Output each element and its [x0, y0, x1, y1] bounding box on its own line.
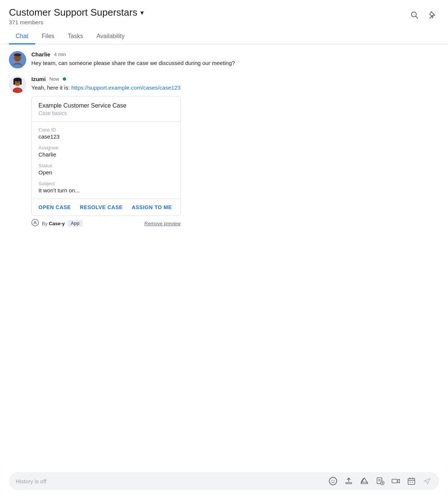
izumi-message-text: Yeah, here it is: https://support.exampl… — [31, 84, 181, 92]
assignee-label: Assignee — [38, 145, 174, 151]
bottom-bar-wrapper: History is off — [0, 466, 448, 499]
remove-preview-button[interactable]: Remove preview — [144, 221, 181, 226]
case-card-body: Case ID case123 Assignee Charlie Status … — [32, 122, 180, 199]
tab-availability[interactable]: Availability — [90, 29, 131, 44]
svg-point-8 — [19, 58, 20, 59]
svg-point-24 — [334, 480, 335, 481]
add-doc-button[interactable] — [375, 476, 385, 486]
status-value: Open — [38, 169, 174, 176]
charlie-sender-name: Charlie — [31, 51, 50, 58]
send-icon — [423, 477, 432, 486]
search-button[interactable] — [408, 9, 420, 23]
attribution-text: By Case-y — [42, 221, 65, 226]
charlie-avatar-image — [9, 51, 26, 68]
header-title: Customer Support Superstars ▾ — [9, 7, 144, 18]
add-doc-icon — [376, 477, 385, 486]
app-name: Case-y — [49, 221, 65, 226]
case-field-id: Case ID case123 — [38, 127, 174, 140]
izumi-sender-name: Izumi — [31, 76, 46, 82]
video-icon — [391, 477, 400, 486]
bottom-bar: History is off — [9, 472, 439, 490]
search-icon — [410, 10, 419, 19]
case-card-actions: OPEN CASE RESOLVE CASE ASSIGN TO ME — [32, 199, 180, 216]
izumi-message-content: Izumi Now Yeah, here it is: https://supp… — [31, 76, 181, 228]
izumi-message-header: Izumi Now — [31, 76, 181, 82]
svg-point-31 — [412, 482, 413, 483]
casey-icon — [31, 219, 39, 228]
drive-icon — [360, 477, 369, 486]
svg-rect-25 — [346, 483, 352, 484]
svg-point-21 — [32, 219, 38, 226]
case-card-title: Example Customer Service Case — [38, 102, 174, 109]
case-id-label: Case ID — [38, 127, 174, 133]
svg-point-23 — [332, 480, 332, 481]
message-izumi: Izumi Now Yeah, here it is: https://supp… — [9, 76, 439, 228]
header-left: Customer Support Superstars ▾ 371 member… — [9, 7, 144, 25]
assign-to-me-button[interactable]: ASSIGN TO ME — [132, 204, 172, 210]
charlie-message-content: Charlie 4 min Hey team, can someone plea… — [31, 51, 235, 68]
upload-icon — [344, 477, 353, 486]
group-name: Customer Support Superstars — [9, 7, 137, 18]
svg-point-30 — [410, 482, 411, 483]
upload-button[interactable] — [343, 476, 354, 486]
tabs-bar: Chat Files Tasks Availability — [0, 29, 448, 44]
case-id-value: case123 — [38, 133, 174, 140]
subject-label: Subject — [38, 181, 174, 186]
svg-rect-29 — [408, 478, 415, 484]
header-icons — [408, 9, 439, 23]
avatar-izumi — [9, 76, 26, 93]
case-link[interactable]: https://support.example.com/cases/case12… — [71, 84, 181, 91]
case-card: Example Customer Service Case Case basic… — [31, 96, 181, 216]
tab-tasks[interactable]: Tasks — [61, 29, 90, 44]
drive-button[interactable] — [359, 476, 370, 486]
online-status-dot — [63, 77, 66, 81]
izumi-text-prefix: Yeah, here it is: — [31, 84, 71, 91]
tab-chat[interactable]: Chat — [9, 29, 35, 44]
collapse-button[interactable] — [427, 9, 439, 23]
calendar-button[interactable] — [406, 476, 417, 486]
case-card-header: Example Customer Service Case Case basic… — [32, 96, 180, 122]
pin-icon — [429, 10, 438, 19]
open-case-button[interactable]: OPEN CASE — [38, 204, 71, 210]
charlie-message-header: Charlie 4 min — [31, 51, 235, 58]
case-card-subtitle: Case basics — [38, 110, 174, 116]
bottom-toolbar — [328, 476, 432, 486]
svg-line-1 — [416, 16, 418, 19]
dropdown-arrow-icon[interactable]: ▾ — [140, 9, 144, 17]
video-button[interactable] — [391, 476, 401, 486]
resolve-case-button[interactable]: RESOLVE CASE — [80, 204, 123, 210]
history-status: History is off — [16, 478, 328, 484]
send-button[interactable] — [422, 476, 432, 486]
case-field-subject: Subject It won't turn on... — [38, 181, 174, 193]
izumi-message-time: Now — [49, 76, 59, 82]
app-badge: App — [68, 220, 82, 227]
chat-area: Charlie 4 min Hey team, can someone plea… — [0, 44, 448, 228]
svg-point-22 — [329, 477, 337, 485]
header: Customer Support Superstars ▾ 371 member… — [0, 0, 448, 25]
emoji-button[interactable] — [328, 476, 338, 486]
status-label: Status — [38, 163, 174, 168]
casey-logo-icon — [31, 219, 39, 226]
calendar-icon — [407, 477, 416, 486]
svg-rect-28 — [392, 479, 397, 483]
subject-value: It won't turn on... — [38, 187, 174, 193]
svg-point-16 — [16, 82, 17, 83]
izumi-avatar-image — [9, 76, 26, 93]
case-field-status: Status Open — [38, 163, 174, 176]
message-charlie: Charlie 4 min Hey team, can someone plea… — [9, 51, 439, 68]
member-count: 371 members — [9, 19, 144, 25]
charlie-message-text: Hey team, can someone please share the c… — [31, 59, 235, 68]
svg-point-7 — [16, 58, 17, 59]
svg-point-6 — [14, 53, 21, 56]
case-field-assignee: Assignee Charlie — [38, 145, 174, 158]
assignee-value: Charlie — [38, 151, 174, 158]
svg-point-17 — [19, 82, 20, 83]
tab-files[interactable]: Files — [35, 29, 61, 44]
emoji-icon — [329, 477, 337, 486]
charlie-message-time: 4 min — [54, 52, 66, 57]
attribution-bar: By Case-y App Remove preview — [31, 219, 181, 228]
avatar-charlie — [9, 51, 26, 68]
